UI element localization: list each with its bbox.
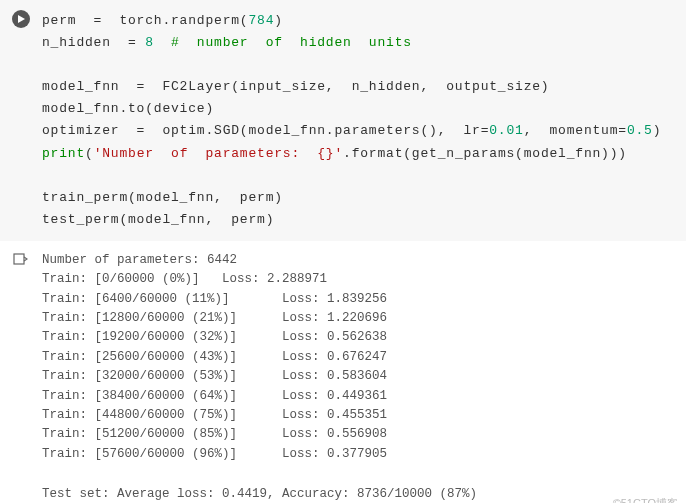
output-line: Test set: Average loss: 0.4419, Accuracy… — [42, 485, 676, 503]
svg-marker-0 — [18, 15, 25, 23]
code-line: optimizer = optim.SGD(model_fnn.paramete… — [42, 120, 676, 142]
code-line: n_hidden = 8 # number of hidden units — [42, 32, 676, 54]
output-line: Train: [25600/60000 (43%)] Loss: 0.67624… — [42, 348, 676, 367]
output-line: Train: [0/60000 (0%)] Loss: 2.288971 — [42, 270, 676, 289]
svg-rect-1 — [14, 254, 24, 264]
code-line: print('Number of parameters: {}'.format(… — [42, 143, 676, 165]
output-cell: Number of parameters: 6442 Train: [0/600… — [0, 241, 686, 503]
code-line: model_fnn = FC2Layer(input_size, n_hidde… — [42, 76, 676, 98]
code-cell[interactable]: perm = torch.randperm(784) n_hidden = 8 … — [0, 0, 686, 241]
blank-line — [42, 54, 676, 76]
code-line: test_perm(model_fnn, perm) — [42, 209, 676, 231]
output-line: Train: [32000/60000 (53%)] Loss: 0.58360… — [42, 367, 676, 386]
output-icon — [12, 251, 30, 269]
code-line: train_perm(model_fnn, perm) — [42, 187, 676, 209]
output-line: Train: [38400/60000 (64%)] Loss: 0.44936… — [42, 387, 676, 406]
code-line: model_fnn.to(device) — [42, 98, 676, 120]
run-button-icon[interactable] — [12, 10, 30, 28]
blank-line — [42, 464, 676, 485]
output-line: Number of parameters: 6442 — [42, 251, 676, 270]
output-line: Train: [51200/60000 (85%)] Loss: 0.55690… — [42, 425, 676, 444]
output-line: Train: [6400/60000 (11%)] Loss: 1.839256 — [42, 290, 676, 309]
output-line: Train: [12800/60000 (21%)] Loss: 1.22069… — [42, 309, 676, 328]
watermark: ©51CTO博客 — [613, 496, 678, 503]
output-line: Train: [57600/60000 (96%)] Loss: 0.37790… — [42, 445, 676, 464]
blank-line — [42, 165, 676, 187]
code-line: perm = torch.randperm(784) — [42, 10, 676, 32]
output-line: Train: [19200/60000 (32%)] Loss: 0.56263… — [42, 328, 676, 347]
output-line: Train: [44800/60000 (75%)] Loss: 0.45535… — [42, 406, 676, 425]
